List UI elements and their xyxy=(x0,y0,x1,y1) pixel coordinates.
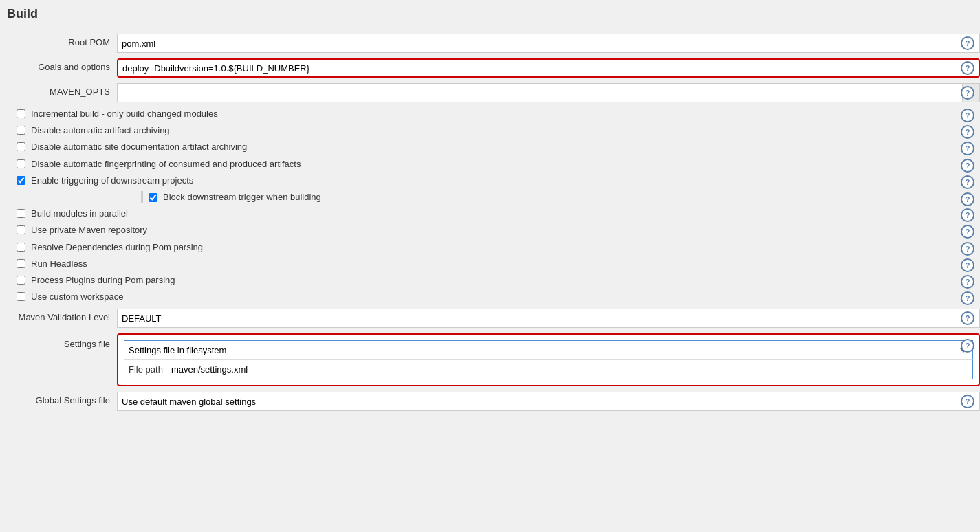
process-plugins-label: Process Plugins during Pom parsing xyxy=(31,274,175,287)
maven-opts-row: MAVEN_OPTS ▼ ? xyxy=(7,83,980,102)
root-pom-help-icon[interactable]: ? xyxy=(961,36,974,50)
goals-options-label: Goals and options xyxy=(7,58,117,72)
checkbox-disable-fingerprinting: Disable automatic fingerprinting of cons… xyxy=(7,158,980,170)
incremental-build-help-icon[interactable]: ? xyxy=(961,109,974,122)
checkbox-resolve-dependencies: Resolve Dependencies during Pom parsing … xyxy=(7,241,980,254)
block-downstream-help-icon[interactable]: ? xyxy=(961,192,974,206)
settings-file-select[interactable]: Settings file in filesystem Use default … xyxy=(124,340,973,359)
build-parallel-checkbox[interactable] xyxy=(17,209,25,218)
disable-fingerprinting-help-icon[interactable]: ? xyxy=(961,159,974,173)
root-pom-control xyxy=(117,34,980,53)
goals-options-control xyxy=(117,58,980,78)
root-pom-input[interactable] xyxy=(117,34,980,53)
resolve-dependencies-help-icon[interactable]: ? xyxy=(961,242,974,256)
maven-validation-select[interactable]: DEFAULT xyxy=(117,309,980,328)
disable-artifact-archiving-help-icon[interactable]: ? xyxy=(961,125,974,139)
enable-downstream-help-icon[interactable]: ? xyxy=(961,175,974,189)
block-downstream-label: Block downstream trigger when building xyxy=(163,191,321,203)
checkbox-run-headless: Run Headless ? xyxy=(7,258,980,270)
enable-downstream-checkbox[interactable] xyxy=(17,176,25,185)
disable-fingerprinting-checkbox[interactable] xyxy=(17,159,25,168)
root-pom-row: Root POM ? xyxy=(7,34,980,53)
root-pom-label: Root POM xyxy=(7,34,117,47)
maven-opts-control: ▼ xyxy=(117,83,980,102)
checkbox-enable-downstream: Enable triggering of downstream projects… xyxy=(7,175,980,187)
incremental-build-checkbox[interactable] xyxy=(17,109,25,118)
global-settings-row: Global Settings file Use default maven g… xyxy=(7,392,980,411)
build-parallel-help-icon[interactable]: ? xyxy=(961,208,974,222)
goals-options-input[interactable] xyxy=(117,58,980,78)
run-headless-checkbox[interactable] xyxy=(17,259,25,268)
checkbox-process-plugins: Process Plugins during Pom parsing ? xyxy=(7,274,980,287)
private-maven-label: Use private Maven repository xyxy=(31,224,147,236)
private-maven-help-icon[interactable]: ? xyxy=(961,225,974,239)
resolve-dependencies-label: Resolve Dependencies during Pom parsing xyxy=(31,241,203,254)
maven-opts-label: MAVEN_OPTS xyxy=(7,83,117,97)
custom-workspace-help-icon[interactable]: ? xyxy=(961,291,974,305)
enable-downstream-label: Enable triggering of downstream projects xyxy=(31,175,193,187)
goals-options-row: Goals and options ? xyxy=(7,58,980,78)
custom-workspace-checkbox[interactable] xyxy=(17,292,25,301)
file-path-label: File path xyxy=(129,364,163,375)
resolve-dependencies-checkbox[interactable] xyxy=(17,243,25,252)
checkbox-disable-site-doc: Disable automatic site documentation art… xyxy=(7,141,980,153)
settings-file-row: Settings file Settings file in filesyste… xyxy=(7,333,980,386)
incremental-build-label: Incremental build - only build changed m… xyxy=(31,108,218,120)
maven-validation-label: Maven Validation Level xyxy=(7,309,117,322)
goals-options-help-icon[interactable]: ? xyxy=(961,61,974,75)
checkbox-custom-workspace: Use custom workspace ? xyxy=(7,291,980,303)
block-downstream-indent: Block downstream trigger when building ? xyxy=(7,191,980,203)
disable-site-doc-help-icon[interactable]: ? xyxy=(961,142,974,155)
checkbox-build-parallel: Build modules in parallel ? xyxy=(7,208,980,220)
private-maven-checkbox[interactable] xyxy=(17,225,25,234)
settings-file-box: Settings file in filesystem Use default … xyxy=(117,333,980,386)
checkbox-disable-artifact-archiving: Disable automatic artifact archiving ? xyxy=(7,124,980,137)
disable-artifact-archiving-checkbox[interactable] xyxy=(17,126,25,135)
custom-workspace-label: Use custom workspace xyxy=(31,291,123,303)
process-plugins-checkbox[interactable] xyxy=(17,276,25,285)
settings-file-label: Settings file xyxy=(7,333,117,349)
block-downstream-checkbox[interactable] xyxy=(149,193,157,202)
disable-fingerprinting-label: Disable automatic fingerprinting of cons… xyxy=(31,158,301,170)
process-plugins-help-icon[interactable]: ? xyxy=(961,275,974,289)
maven-opts-input[interactable] xyxy=(117,83,962,102)
disable-site-doc-checkbox[interactable] xyxy=(17,142,25,151)
global-settings-control: Use default maven global settings xyxy=(117,392,980,411)
file-path-row: File path xyxy=(124,359,973,379)
global-settings-select[interactable]: Use default maven global settings xyxy=(117,392,980,411)
maven-opts-help-icon[interactable]: ? xyxy=(961,86,974,100)
maven-validation-row: Maven Validation Level DEFAULT ? xyxy=(7,309,980,328)
checkbox-incremental-build: Incremental build - only build changed m… xyxy=(7,108,980,120)
settings-file-wrap: Settings file in filesystem Use default … xyxy=(117,333,980,386)
page-title: Build xyxy=(7,7,980,24)
page-container: Build Root POM ? Goals and options ? MAV… xyxy=(0,0,980,532)
disable-site-doc-label: Disable automatic site documentation art… xyxy=(31,141,247,153)
checkbox-private-maven: Use private Maven repository ? xyxy=(7,224,980,236)
file-path-input[interactable] xyxy=(168,363,968,376)
disable-artifact-archiving-label: Disable automatic artifact archiving xyxy=(31,124,170,137)
global-settings-label: Global Settings file xyxy=(7,392,117,406)
build-parallel-label: Build modules in parallel xyxy=(31,208,128,220)
maven-validation-control: DEFAULT xyxy=(117,309,980,328)
run-headless-help-icon[interactable]: ? xyxy=(961,258,974,272)
run-headless-label: Run Headless xyxy=(31,258,87,270)
